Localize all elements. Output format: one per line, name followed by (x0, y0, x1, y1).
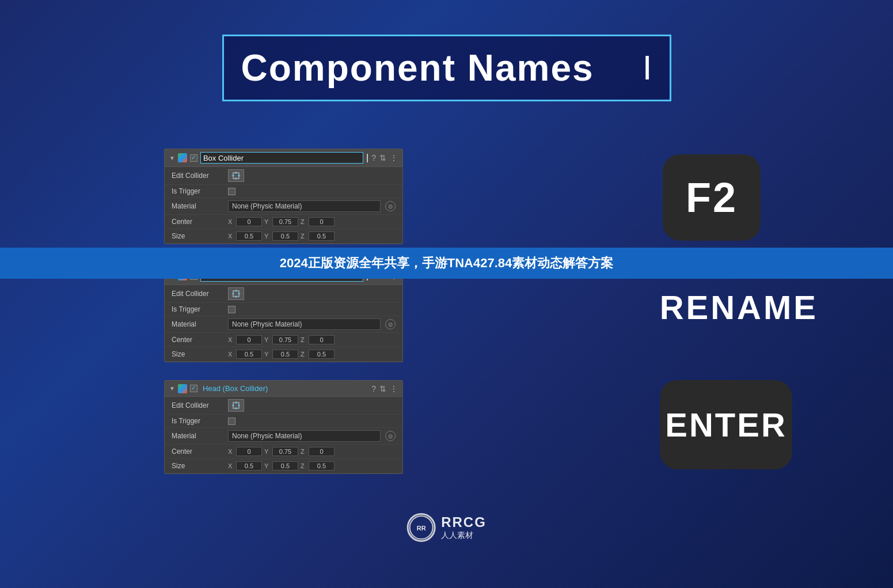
help-icon-1[interactable]: ? (371, 153, 376, 162)
size-y-value-1[interactable]: 0.5 (272, 232, 298, 241)
center-coords-3: X 0 Y 0.75 Z 0 (228, 447, 396, 456)
size-x-value-2[interactable]: 0.5 (236, 350, 262, 359)
size-x-label-2: X (228, 351, 234, 358)
edit-collider-row-2: Edit Collider (165, 285, 402, 303)
is-trigger-checkbox-1[interactable] (228, 188, 235, 195)
is-trigger-label-2: Is Trigger (172, 305, 223, 313)
material-value-2[interactable]: None (Physic Material) (228, 318, 381, 330)
size-label-1: Size (172, 232, 223, 240)
watermark: RR RRCG 人人素材 (406, 513, 487, 542)
panel-icons-right-1: ? ⇅ ⋮ (371, 153, 398, 162)
center-row-3: Center X 0 Y 0.75 Z 0 (165, 445, 402, 459)
center-y-value-3[interactable]: 0.75 (272, 447, 298, 456)
size-y-value-2[interactable]: 0.5 (272, 350, 298, 359)
material-select-btn-3[interactable]: ⊙ (385, 431, 396, 441)
material-select-btn-2[interactable]: ⊙ (385, 319, 396, 329)
arrow-icon-1: ▼ (169, 155, 175, 161)
center-z-value-3[interactable]: 0 (309, 447, 335, 456)
center-z-label-2: Z (301, 336, 306, 343)
menu-icon-3[interactable]: ⋮ (390, 384, 398, 393)
center-x-label-3: X (228, 448, 234, 455)
size-x-value-1[interactable]: 0.5 (236, 232, 262, 241)
size-y-label-1: Y (264, 233, 270, 240)
edit-collider-btn-2[interactable] (228, 287, 244, 300)
component-icon-1 (178, 153, 187, 162)
edit-collider-row-3: Edit Collider (165, 397, 402, 415)
center-label-2: Center (172, 336, 223, 344)
size-z-value-1[interactable]: 0.5 (309, 232, 335, 241)
size-label-2: Size (172, 350, 223, 358)
center-label-3: Center (172, 447, 223, 456)
size-row-3: Size X 0.5 Y 0.5 Z 0.5 (165, 459, 402, 473)
size-row-2: Size X 0.5 Y 0.5 Z 0.5 (165, 347, 402, 362)
size-z-label-1: Z (301, 233, 306, 240)
material-row-2: Material None (Physic Material) ⊙ (165, 316, 402, 333)
size-coords-3: X 0.5 Y 0.5 Z 0.5 (228, 461, 396, 471)
center-x-label-1: X (228, 218, 234, 225)
enter-key-button[interactable]: ENTER (660, 380, 792, 469)
material-value-1[interactable]: None (Physic Material) (228, 200, 381, 212)
logo-text-group: RRCG 人人素材 (441, 514, 487, 541)
title-box: Component Names I (222, 35, 671, 101)
center-z-value-2[interactable]: 0 (309, 335, 335, 344)
size-z-value-3[interactable]: 0.5 (309, 461, 335, 471)
center-y-value-1[interactable]: 0.75 (272, 217, 298, 226)
menu-icon-1[interactable]: ⋮ (390, 153, 398, 162)
material-value-3[interactable]: None (Physic Material) (228, 430, 381, 442)
is-trigger-checkbox-2[interactable] (228, 306, 235, 313)
enable-checkbox-1[interactable] (190, 154, 197, 162)
banner-text: 2024正版资源全年共享，手游TNA427.84素材动态解答方案 (280, 256, 613, 270)
center-x-label-2: X (228, 336, 234, 343)
enable-checkbox-3[interactable] (190, 385, 197, 392)
component-name-text-3: Head (Box Collider) (200, 384, 368, 393)
brand-sub: 人人素材 (441, 530, 487, 541)
size-coords-1: X 0.5 Y 0.5 Z 0.5 (228, 232, 396, 241)
center-row-2: Center X 0 Y 0.75 Z 0 (165, 333, 402, 347)
center-x-value-1[interactable]: 0 (236, 217, 262, 226)
material-label-2: Material (172, 320, 223, 328)
center-z-label-3: Z (301, 448, 306, 455)
center-label-1: Center (172, 218, 223, 226)
edit-collider-btn-3[interactable] (228, 399, 244, 412)
size-x-value-3[interactable]: 0.5 (236, 461, 262, 471)
size-z-label-2: Z (301, 351, 306, 358)
size-z-value-2[interactable]: 0.5 (309, 350, 335, 359)
center-y-label-3: Y (264, 448, 270, 455)
center-x-value-3[interactable]: 0 (236, 447, 262, 456)
center-coords-1: X 0 Y 0.75 Z 0 (228, 217, 396, 226)
center-y-value-2[interactable]: 0.75 (272, 335, 298, 344)
edit-collider-btn-1[interactable] (228, 169, 244, 182)
edit-collider-label-2: Edit Collider (172, 290, 223, 298)
panel-header-1: ▼ | ? ⇅ ⋮ (165, 149, 402, 167)
material-label-3: Material (172, 432, 223, 440)
component-name-input-1[interactable] (200, 152, 363, 164)
f2-key-button[interactable]: F2 (663, 154, 761, 241)
edit-collider-label-3: Edit Collider (172, 401, 223, 409)
is-trigger-row-3: Is Trigger (165, 415, 402, 428)
is-trigger-checkbox-3[interactable] (228, 418, 235, 425)
size-coords-2: X 0.5 Y 0.5 Z 0.5 (228, 350, 396, 359)
settings-icon-3[interactable]: ⇅ (379, 384, 386, 393)
center-row-1: Center X 0 Y 0.75 Z 0 (165, 215, 402, 229)
help-icon-3[interactable]: ? (371, 384, 376, 393)
cursor-icon: I (643, 51, 652, 85)
center-x-value-2[interactable]: 0 (236, 335, 262, 344)
size-y-value-3[interactable]: 0.5 (272, 461, 298, 471)
logo-circle: RR (406, 513, 435, 542)
material-select-btn-1[interactable]: ⊙ (385, 201, 396, 211)
component-icon-3 (178, 384, 187, 393)
size-y-label-2: Y (264, 351, 270, 358)
panel-icons-right-3: ? ⇅ ⋮ (371, 384, 398, 393)
size-label-3: Size (172, 462, 223, 470)
size-z-label-3: Z (301, 462, 306, 469)
is-trigger-label-3: Is Trigger (172, 417, 223, 425)
settings-icon-1[interactable]: ⇅ (379, 153, 386, 162)
text-cursor-1: | (366, 153, 368, 163)
is-trigger-label-1: Is Trigger (172, 187, 223, 195)
center-z-label-1: Z (301, 218, 306, 225)
svg-text:RR: RR (416, 525, 425, 532)
enter-key-label: ENTER (665, 405, 787, 444)
center-coords-2: X 0 Y 0.75 Z 0 (228, 335, 396, 344)
center-z-value-1[interactable]: 0 (309, 217, 335, 226)
center-y-label-2: Y (264, 336, 270, 343)
